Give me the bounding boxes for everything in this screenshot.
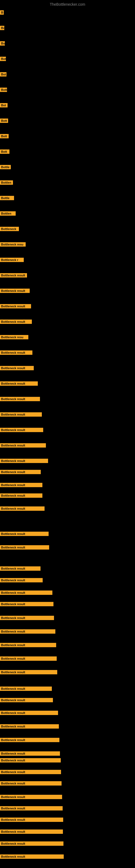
bar-label: Bottleneck result (0, 738, 59, 742)
bar-item: Bottleneck result (0, 304, 31, 310)
bar-label: Bottleneck resu (0, 242, 26, 247)
bar-item: Bottleneck result (0, 397, 40, 402)
bar-item: Bottleneck result (0, 273, 27, 279)
bar-item: Bottleneck result (0, 493, 42, 499)
bar-item: Bottleneck result (0, 443, 46, 448)
bar-item: Bottleneck (0, 227, 19, 232)
bar-label: Bottleneck result (0, 412, 42, 416)
bar-label: Bottleneck result (0, 493, 42, 498)
bar-label: B (0, 10, 4, 14)
bar-item: Bottleneck result (0, 566, 41, 572)
bar-item: B (0, 10, 4, 16)
bar-item: Bottleneck result (0, 366, 34, 371)
bar-label: Bott (0, 119, 8, 123)
bar-item: Bottleneck result (0, 483, 42, 488)
bar-label: Bottleneck resu (0, 335, 28, 339)
bar-label: Bo (0, 41, 5, 45)
bar-label: Bottlen (0, 180, 13, 185)
bar-item: Bottleneck result (0, 459, 48, 464)
bar-label: Bottleneck (0, 227, 19, 231)
bar-label: Bottleneck result (0, 670, 57, 674)
bar-label: Bottleneck result (0, 686, 52, 691)
bar-label: Bottleneck result (0, 616, 54, 620)
bar-label: Bottleneck result (0, 273, 27, 278)
bar-item: Bottleneck result (0, 711, 58, 716)
bar-label: Bottleneck result (0, 841, 63, 846)
bar-item: Bottleneck result (0, 806, 63, 812)
bar-item: Bottle (0, 165, 11, 170)
bar-label: Bottleneck result (0, 830, 63, 834)
bar-item: Bottleneck result (0, 319, 32, 325)
bar-item: Bottleneck result (0, 686, 52, 692)
bar-item: Bottleneck result (0, 795, 62, 800)
bar-label: Bottleneck result (0, 366, 34, 370)
bar-label: Bottleneck result (0, 470, 41, 474)
bar-item: Bo (0, 41, 5, 46)
bar-item: Bott (0, 150, 9, 155)
bar-item: Bottleneck result (0, 428, 43, 433)
bar-item: Bottleneck result (0, 781, 61, 786)
bar-label: Bottleneck result (0, 795, 62, 799)
bar-item: Bottleneck result (0, 751, 60, 757)
bar-label: Bottleneck result (0, 532, 49, 536)
bar-label: Bottleneck result (0, 545, 49, 550)
bar-item: Bottleneck result (0, 698, 53, 703)
bar-item: Bott (0, 88, 7, 93)
bar-label: Bo (0, 26, 4, 30)
bar-item: Bo (0, 26, 4, 31)
bar-item: Bottleneck result (0, 602, 53, 607)
bar-label: Bottlen (0, 211, 16, 216)
bar-item: Bottleneck result (0, 289, 30, 294)
bar-label: Bottleneck result (0, 319, 32, 324)
bar-item: Bottleneck result (0, 578, 43, 584)
bar-label: Bottleneck result (0, 506, 45, 511)
bar-item: Bott (0, 119, 8, 124)
bar-label: Bottleneck result (0, 643, 56, 647)
bar-item: Bottleneck result (0, 817, 63, 823)
bar-item: Bottleneck result (0, 770, 61, 775)
bar-item: Bottleneck result (0, 656, 57, 662)
bar-label: Bottle (0, 165, 11, 169)
bar-item: Bottle (0, 196, 14, 201)
bar-label: Bottleneck result (0, 698, 53, 702)
bar-label: Bottleneck result (0, 483, 42, 487)
bar-label: Bott (0, 134, 9, 138)
bar-item: Bottleneck resu (0, 242, 26, 248)
bar-label: Bottle (0, 196, 14, 200)
bar-item: Bottleneck result (0, 738, 59, 743)
bar-item: Bot (0, 57, 6, 62)
bar-item: Bottleneck result (0, 412, 42, 418)
bar-label: Bottleneck result (0, 428, 43, 432)
bar-item: Bottleneck result (0, 545, 49, 551)
bar-item: Bottlen (0, 211, 16, 217)
bar-label: Bottleneck result (0, 806, 63, 810)
bar-item: Bottlen (0, 180, 13, 186)
bar-label: Bottleneck result (0, 443, 46, 447)
bar-label: Bottleneck result (0, 724, 59, 728)
bar-item: Bottleneck result (0, 616, 54, 621)
bar-label: Bottleneck result (0, 602, 53, 606)
bar-label: Bottleneck result (0, 459, 48, 463)
bar-label: Bottleneck result (0, 350, 32, 355)
bar-label: Bot (0, 103, 8, 107)
bar-label: Bottleneck result (0, 770, 61, 774)
bar-label: Bottleneck result (0, 711, 58, 715)
bar-label: Bottleneck result (0, 855, 64, 859)
bar-label: Bottleneck result (0, 304, 31, 308)
bar-label: Bottleneck result (0, 751, 60, 756)
bar-item: Bot (0, 103, 8, 108)
bar-label: Bottleneck result (0, 758, 61, 763)
bar-item: Bottleneck result (0, 670, 57, 675)
bar-label: Bottleneck result (0, 397, 40, 401)
bar-label: Bottleneck result (0, 381, 38, 386)
bar-item: Bottleneck result (0, 381, 38, 387)
bar-item: Bottleneck result (0, 855, 64, 860)
bar-item: Bottleneck result (0, 629, 55, 635)
bar-label: Bot (0, 57, 6, 61)
bar-label: Bottleneck r (0, 258, 24, 262)
bar-item: Bottleneck result (0, 643, 56, 648)
bar-label: Bot (0, 72, 6, 76)
bar-item: Bottleneck result (0, 724, 59, 730)
bar-item: Bottleneck result (0, 350, 32, 356)
bar-item: Bottleneck result (0, 506, 45, 512)
